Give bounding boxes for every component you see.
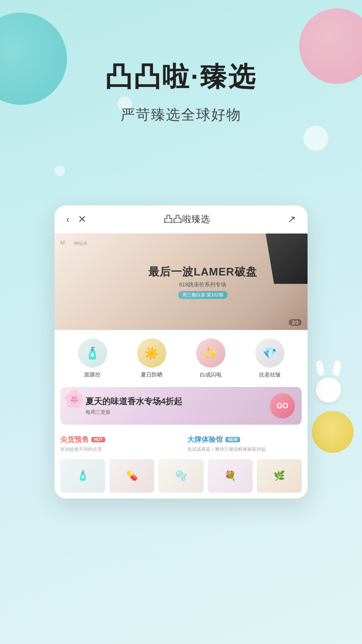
product-thumb-1[interactable]: 🧴 bbox=[60, 459, 105, 493]
bunny-decoration bbox=[312, 361, 345, 402]
category-item-mask[interactable]: 🧴 面膜控 bbox=[76, 338, 109, 379]
nav-left-group: ‹ ✕ bbox=[66, 213, 86, 225]
category-circle-anti-age: 💎 bbox=[255, 338, 284, 368]
back-button[interactable]: ‹ bbox=[66, 213, 70, 225]
phone-mockup: ‹ ✕ 凸凸啦臻选 ↗ M 神仙水 最后一波LAMER破盘 618跳崖价系列专场… bbox=[54, 205, 308, 499]
close-button[interactable]: ✕ bbox=[78, 213, 86, 225]
promo-title: 夏天的味道香水专场4折起 bbox=[85, 396, 261, 407]
anti-age-icon: 💎 bbox=[262, 346, 277, 360]
product-icon-1: 🧴 bbox=[77, 470, 88, 481]
product-thumb-2[interactable]: 💊 bbox=[109, 459, 154, 493]
bunny-ear-left bbox=[315, 360, 325, 376]
category-label-mask: 面膜控 bbox=[84, 371, 101, 379]
deco-circle-white-3 bbox=[54, 166, 65, 176]
product-icon-2: 💊 bbox=[126, 470, 137, 481]
promo-go-button[interactable]: GO bbox=[270, 393, 295, 418]
category-circle-mask: 🧴 bbox=[78, 338, 107, 368]
bunny-body bbox=[316, 377, 341, 402]
section-divider bbox=[181, 435, 181, 452]
banner-watermark-text: 神仙水 bbox=[74, 240, 88, 247]
deco-circle-white-1 bbox=[303, 126, 328, 151]
hero-title: 凸凸啦·臻选 bbox=[0, 59, 362, 95]
product-icon-4: 💐 bbox=[225, 470, 236, 481]
product-thumb-4[interactable]: 💐 bbox=[208, 459, 253, 493]
banner-main-title: 最后一波LAMER破盘 bbox=[148, 265, 257, 279]
category-item-anti-age[interactable]: 💎 抗老祛皱 bbox=[253, 338, 287, 379]
bunny-ear-right bbox=[332, 360, 341, 376]
category-circle-sunscreen: ☀️ bbox=[137, 338, 166, 368]
category-label-sunscreen: 夏日防晒 bbox=[141, 371, 163, 379]
promo-banner[interactable]: 🌸 夏天的味道香水专场4折起 每周三更新 GO bbox=[60, 387, 302, 425]
category-item-whitening[interactable]: ✨ 白成闪电 bbox=[194, 338, 228, 379]
promo-text-area: 夏天的味道香水专场4折起 每周三更新 bbox=[60, 396, 270, 416]
whitening-icon: ✨ bbox=[203, 346, 218, 360]
section-header-brands: 大牌体验馆 NEW bbox=[187, 435, 302, 444]
category-item-sunscreen[interactable]: ☀️ 夏日防晒 bbox=[135, 338, 168, 379]
banner-sub-title: 618跳崖价系列专场 bbox=[148, 281, 257, 288]
category-label-whitening: 白成闪电 bbox=[200, 371, 222, 379]
product-thumb-5[interactable]: 🌿 bbox=[257, 459, 302, 493]
phone-nav-bar: ‹ ✕ 凸凸啦臻选 ↗ bbox=[54, 205, 308, 234]
promo-flower-decoration: 🌸 bbox=[64, 389, 85, 409]
promo-subtitle: 每周三更新 bbox=[85, 409, 261, 416]
hero-section: 凸凸啦·臻选 严苛臻选全球好物 bbox=[0, 59, 362, 125]
section-badge-hot: HOT bbox=[91, 437, 105, 442]
sections-row: 尖货预售 HOT 在别处抢不到的尖货 大牌体验馆 NEW 先试试再说！雅诗兰黛尝… bbox=[54, 429, 308, 455]
product-thumb-3[interactable]: 🫧 bbox=[158, 459, 203, 493]
section-title-featured: 尖货预售 bbox=[60, 435, 89, 444]
banner-tag: 周三撸白菜 第182期 bbox=[178, 291, 228, 299]
product-icon-5: 🌿 bbox=[274, 470, 285, 481]
section-desc-featured: 在别处抢不到的尖货 bbox=[60, 446, 175, 452]
section-brands[interactable]: 大牌体验馆 NEW 先试试再说！雅诗兰黛尝鲜体验装39起 bbox=[187, 435, 302, 452]
sunscreen-icon: ☀️ bbox=[144, 346, 159, 360]
section-desc-brands: 先试试再说！雅诗兰黛尝鲜体验装39起 bbox=[187, 446, 302, 452]
section-title-brands: 大牌体验馆 bbox=[187, 435, 223, 444]
section-badge-new: NEW bbox=[225, 437, 240, 442]
section-featured[interactable]: 尖货预售 HOT 在别处抢不到的尖货 bbox=[60, 435, 175, 452]
hero-subtitle: 严苛臻选全球好物 bbox=[0, 105, 362, 125]
deco-circle-yellow bbox=[312, 411, 354, 453]
nav-title: 凸凸啦臻选 bbox=[86, 213, 287, 226]
category-label-anti-age: 抗老祛皱 bbox=[259, 371, 281, 379]
products-row: 🧴 💊 🫧 💐 🌿 bbox=[54, 455, 308, 499]
category-row: 🧴 面膜控 ☀️ 夏日防晒 ✨ 白成闪电 💎 抗老祛皱 bbox=[54, 330, 308, 383]
banner-area[interactable]: M 神仙水 最后一波LAMER破盘 618跳崖价系列专场 周三撸白菜 第182期… bbox=[54, 234, 308, 330]
section-header-featured: 尖货预售 HOT bbox=[60, 435, 175, 444]
banner-page-indicator: 2/3 bbox=[289, 319, 302, 326]
banner-watermark-m: M bbox=[60, 239, 65, 246]
product-icon-3: 🫧 bbox=[176, 470, 187, 481]
banner-text-area: 最后一波LAMER破盘 618跳崖价系列专场 周三撸白菜 第182期 bbox=[148, 265, 257, 299]
category-circle-whitening: ✨ bbox=[196, 338, 225, 368]
share-icon[interactable]: ↗ bbox=[287, 213, 296, 225]
mask-icon: 🧴 bbox=[85, 346, 100, 360]
